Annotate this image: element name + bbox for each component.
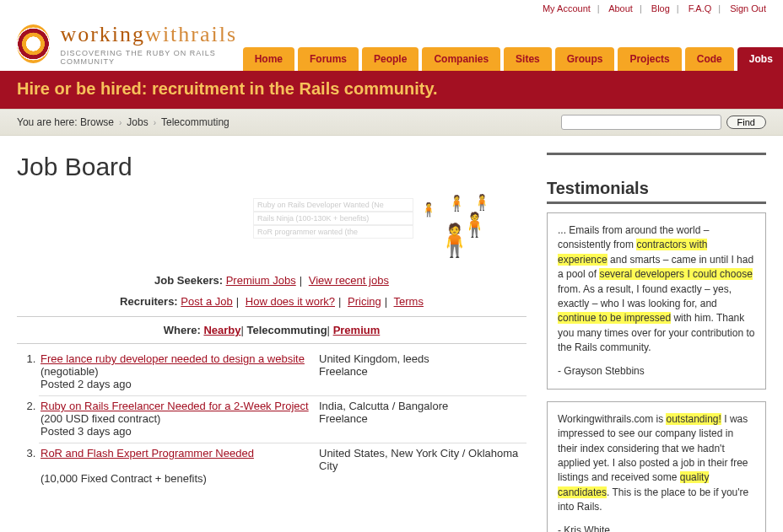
recent-jobs-link[interactable]: View recent jobs [309, 274, 389, 287]
search-input[interactable] [561, 115, 721, 130]
filter-bar: Where: Nearby| Telecommuting| Premium [17, 316, 526, 344]
terms-link[interactable]: Terms [394, 295, 424, 308]
person-icon: 🧍 [435, 222, 474, 259]
logo[interactable]: workingwithrails DISCOVERING THE RUBY ON… [17, 22, 243, 66]
brand-tagline: DISCOVERING THE RUBY ON RAILS COMMUNITY [60, 49, 242, 66]
person-icon: 🧍 [420, 202, 437, 218]
crumb-jobs[interactable]: Jobs [127, 116, 148, 128]
how-it-works-link[interactable]: How does it work? [246, 295, 335, 308]
promo-row: Ruby on Rails Developer Wanted (Ne [253, 198, 413, 212]
job-posted: Posted 2 days ago [40, 378, 526, 390]
tab-code[interactable]: Code [685, 47, 734, 71]
breadcrumb-bar: You are here: Browse› Jobs› Telecommutin… [0, 109, 783, 136]
job-location: United Kingdom, leeds [319, 352, 526, 365]
logo-icon [17, 24, 50, 63]
seekers-bar: Job Seekers: Premium Jobs| View recent j… [17, 274, 526, 287]
crumb-browse[interactable]: Browse [80, 116, 114, 128]
job-type: Freelance [319, 365, 526, 378]
my-account-link[interactable]: My Account [543, 3, 591, 13]
job-list: Free lance ruby developer needed to desi… [39, 349, 526, 490]
top-utility-nav: My Account| About| Blog| F.A.Q| Sign Out [0, 0, 783, 15]
tab-sites[interactable]: Sites [504, 47, 552, 71]
header: workingwithrails DISCOVERING THE RUBY ON… [0, 15, 783, 71]
search-box: Find [561, 115, 766, 130]
about-link[interactable]: About [608, 3, 633, 13]
tab-companies[interactable]: Companies [422, 47, 500, 71]
tab-home[interactable]: Home [243, 47, 294, 71]
testimonial-author: - Kris White [558, 524, 755, 532]
main-nav: Home Forums People Companies Sites Group… [243, 47, 783, 71]
page-banner: Hire or be hired: recruitment in the Rai… [0, 71, 783, 109]
job-item: RoR and Flash Expert Programmer Needed U… [39, 443, 526, 490]
pricing-link[interactable]: Pricing [348, 295, 381, 308]
job-item: Ruby on Rails Freelancer Needed for a 2-… [39, 396, 526, 443]
filter-nearby[interactable]: Nearby [203, 324, 240, 336]
breadcrumb-intro: You are here: [17, 116, 78, 128]
job-location: United States, New York City / Oklahoma … [319, 447, 526, 472]
tab-groups[interactable]: Groups [555, 47, 615, 71]
brand-text: workingwithrails [60, 22, 242, 47]
crumb-current: Telecommuting [161, 116, 230, 128]
job-posted: Posted 3 days ago [40, 425, 526, 438]
promo-row: Rails Ninja (100-130K + benefits) [253, 212, 413, 225]
job-pay: (200 USD fixed contract) [40, 412, 319, 425]
blog-link[interactable]: Blog [651, 3, 670, 13]
faq-link[interactable]: F.A.Q [688, 3, 712, 13]
tab-people[interactable]: People [362, 47, 418, 71]
recruiters-bar: Recruiters: Post a Job| How does it work… [17, 295, 526, 308]
testimonials-heading: Testimonials [547, 179, 766, 204]
person-icon: 🧍 [472, 193, 491, 212]
promo-graphic: Ruby on Rails Developer Wanted (Ne Rails… [17, 198, 526, 266]
job-location: India, Calcutta / Bangalore [319, 400, 526, 412]
job-title-link[interactable]: RoR and Flash Expert Programmer Needed [40, 447, 254, 459]
tab-projects[interactable]: Projects [618, 47, 681, 71]
job-item: Free lance ruby developer needed to desi… [39, 349, 526, 396]
tab-forums[interactable]: Forums [298, 47, 359, 71]
job-type [319, 472, 526, 485]
person-icon: 🧍 [447, 194, 466, 212]
page-title: Job Board [17, 153, 526, 181]
find-button[interactable]: Find [726, 116, 766, 129]
testimonial: ... Emails from around the world – consi… [547, 212, 766, 390]
job-pay: (negotiable) [40, 365, 319, 378]
job-type: Freelance [319, 412, 526, 425]
premium-jobs-link[interactable]: Premium Jobs [226, 274, 296, 287]
job-title-link[interactable]: Ruby on Rails Freelancer Needed for a 2-… [40, 400, 309, 412]
job-title-link[interactable]: Free lance ruby developer needed to desi… [40, 352, 305, 365]
post-job-link[interactable]: Post a Job [181, 295, 232, 308]
filter-premium[interactable]: Premium [333, 324, 381, 336]
testimonial-author: - Grayson Stebbins [558, 364, 755, 379]
job-pay: (10,000 Fixed Contract + benefits) [40, 472, 319, 485]
signout-link[interactable]: Sign Out [730, 3, 766, 13]
tab-jobs[interactable]: Jobs [737, 47, 783, 71]
filter-telecommuting: Telecommuting [247, 324, 327, 336]
promo-row: RoR programmer wanted (the [253, 225, 413, 239]
testimonial: Workingwithrails.com is outstanding! I w… [547, 401, 766, 532]
